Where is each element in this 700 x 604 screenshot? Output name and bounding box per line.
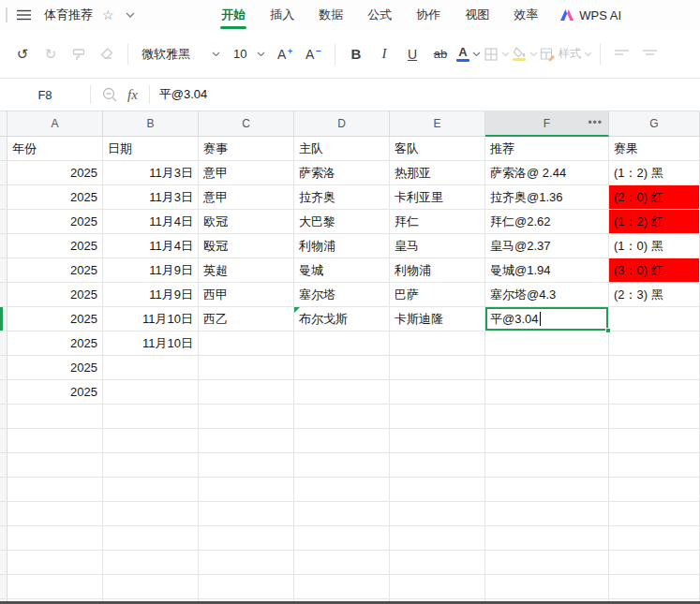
main-menu-button[interactable] [15, 7, 33, 22]
cell-E16[interactable] [390, 502, 485, 526]
cell-C14[interactable] [199, 453, 294, 478]
eraser-button[interactable] [94, 40, 120, 68]
cell-F14[interactable] [485, 453, 609, 478]
cell-C8[interactable]: 西乙 [199, 307, 294, 331]
row-header-13[interactable] [0, 429, 7, 453]
cell-C18[interactable] [199, 551, 294, 575]
cell-A16[interactable] [7, 502, 103, 526]
cell-E10[interactable] [390, 356, 485, 380]
active-editing-cell-F8[interactable]: 平@3.04 [485, 307, 609, 331]
wps-ai-button[interactable]: WPS AI [559, 8, 621, 22]
ribbon-tab-4[interactable]: 公式 [355, 0, 404, 30]
cell-D10[interactable] [294, 356, 390, 380]
cell-C5[interactable]: 殴冠 [199, 234, 294, 258]
cell-G7[interactable]: (2：3) 黑 [609, 283, 700, 307]
cell-D6[interactable]: 曼城 [294, 258, 390, 283]
cell-F7[interactable]: 塞尔塔@4.3 [485, 283, 609, 307]
cell-C10[interactable] [199, 356, 294, 380]
cell-D14[interactable] [294, 453, 390, 478]
cell-F2[interactable]: 萨索洛@ 2.44 [485, 161, 609, 185]
cell-A4[interactable]: 2025 [7, 210, 103, 234]
cell-G19[interactable] [609, 575, 700, 599]
cell-B17[interactable] [103, 526, 199, 551]
cell-style-button[interactable]: 样式 [540, 40, 592, 68]
fill-handle[interactable] [605, 328, 611, 333]
cell-B7[interactable]: 11月9日 [103, 283, 199, 307]
align-top-left-button[interactable] [608, 40, 634, 68]
cell-C11[interactable] [199, 380, 294, 405]
cell-A7[interactable]: 2025 [7, 283, 103, 307]
cell-D15[interactable] [294, 478, 390, 502]
cell-B15[interactable] [103, 478, 199, 502]
cell-G6[interactable]: (3：0) 红 [609, 258, 700, 283]
cell-E19[interactable] [390, 575, 485, 599]
row-header-18[interactable] [0, 551, 7, 575]
cell-C19[interactable] [199, 575, 294, 599]
cell-B16[interactable] [103, 502, 199, 526]
cell-C13[interactable] [199, 429, 294, 453]
cell-A15[interactable] [7, 478, 103, 502]
cell-F13[interactable] [485, 429, 609, 453]
document-title[interactable]: 体育推荐 [44, 7, 93, 23]
row-header-19[interactable] [0, 575, 7, 599]
cell-E8[interactable]: 卡斯迪隆 [390, 307, 485, 331]
cell-B8[interactable]: 11月10日 [103, 307, 199, 331]
cell-G13[interactable] [609, 429, 700, 453]
cell-C3[interactable]: 意甲 [199, 185, 294, 210]
cell-B10[interactable] [103, 356, 199, 380]
cell-E17[interactable] [390, 526, 485, 551]
cell-B12[interactable] [103, 405, 199, 429]
cell-A17[interactable] [7, 526, 103, 551]
cell-A1[interactable]: 年份 [7, 137, 103, 161]
cell-F1[interactable]: 推荐 [485, 137, 609, 161]
cell-D13[interactable] [294, 429, 390, 453]
cell-G1[interactable]: 赛果 [609, 137, 700, 161]
row-header-12[interactable] [0, 405, 7, 429]
cell-C7[interactable]: 西甲 [199, 283, 294, 307]
cell-E6[interactable]: 利物浦 [390, 258, 485, 283]
cell-B13[interactable] [103, 429, 199, 453]
row-header-9[interactable] [0, 331, 7, 356]
row-header-6[interactable] [0, 258, 7, 283]
cell-E14[interactable] [390, 453, 485, 478]
row-header-4[interactable] [0, 210, 7, 234]
cell-E9[interactable] [390, 331, 485, 356]
cell-F12[interactable] [485, 405, 609, 429]
cell-F15[interactable] [485, 478, 609, 502]
cell-A18[interactable] [7, 551, 103, 575]
cell-G2[interactable]: (1：2) 黑 [609, 161, 700, 185]
row-header-15[interactable] [0, 478, 7, 502]
cell-G8[interactable] [609, 307, 700, 331]
cell-B19[interactable] [103, 575, 199, 599]
underline-button[interactable]: U [399, 40, 425, 68]
cell-C17[interactable] [199, 526, 294, 551]
column-header-G[interactable]: G [609, 111, 700, 137]
cell-G16[interactable] [609, 502, 700, 526]
cell-C16[interactable] [199, 502, 294, 526]
column-header-C[interactable]: C [199, 111, 294, 137]
cell-F5[interactable]: 皇马@2.37 [485, 234, 609, 258]
cell-A8[interactable]: 2025 [7, 307, 103, 331]
cell-F16[interactable] [485, 502, 609, 526]
cell-D16[interactable] [294, 502, 390, 526]
cell-F6[interactable]: 曼城@1.94 [485, 258, 609, 283]
cell-E5[interactable]: 皇马 [390, 234, 485, 258]
cell-B18[interactable] [103, 551, 199, 575]
cell-D18[interactable] [294, 551, 390, 575]
cell-G10[interactable] [609, 356, 700, 380]
cell-E2[interactable]: 热那亚 [390, 161, 485, 185]
row-header-3[interactable] [0, 185, 7, 210]
row-header-5[interactable] [0, 234, 7, 258]
borders-button[interactable] [484, 40, 510, 68]
column-header-F[interactable]: F••• [485, 111, 609, 137]
cell-E18[interactable] [390, 551, 485, 575]
cell-B3[interactable]: 11月3日 [103, 185, 199, 210]
favorite-button[interactable]: ☆ [100, 7, 116, 23]
cell-D5[interactable]: 利物浦 [294, 234, 390, 258]
cell-E12[interactable] [390, 405, 485, 429]
cell-D2[interactable]: 萨索洛 [294, 161, 390, 185]
italic-button[interactable]: I [371, 40, 397, 68]
redo-button[interactable]: ↻ [37, 40, 64, 68]
row-header-10[interactable] [0, 356, 7, 380]
cell-A5[interactable]: 2025 [7, 234, 103, 258]
